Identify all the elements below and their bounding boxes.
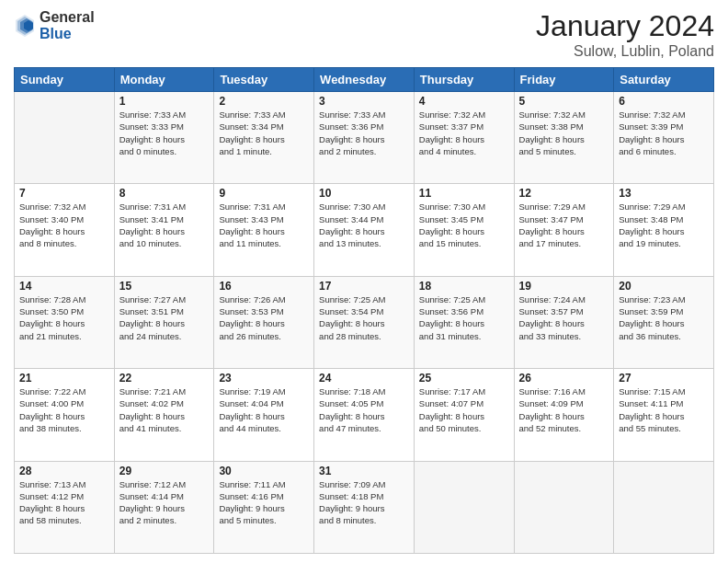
day-number: 6 [619, 95, 709, 108]
calendar-cell: 31Sunrise: 7:09 AM Sunset: 4:18 PM Dayli… [314, 461, 415, 553]
day-number: 8 [119, 187, 210, 200]
day-number: 23 [219, 372, 309, 385]
day-info: Sunrise: 7:12 AM Sunset: 4:14 PM Dayligh… [119, 478, 210, 527]
day-info: Sunrise: 7:09 AM Sunset: 4:18 PM Dayligh… [319, 478, 409, 527]
calendar-cell: 22Sunrise: 7:21 AM Sunset: 4:02 PM Dayli… [114, 369, 214, 461]
day-info: Sunrise: 7:17 AM Sunset: 4:07 PM Dayligh… [419, 385, 509, 434]
calendar-week-2: 7Sunrise: 7:32 AM Sunset: 3:40 PM Daylig… [15, 184, 714, 276]
day-number: 27 [619, 372, 709, 385]
day-info: Sunrise: 7:32 AM Sunset: 3:40 PM Dayligh… [19, 201, 109, 249]
day-info: Sunrise: 7:33 AM Sunset: 3:34 PM Dayligh… [219, 109, 309, 157]
day-number: 1 [119, 95, 210, 108]
calendar-week-3: 14Sunrise: 7:28 AM Sunset: 3:50 PM Dayli… [15, 276, 714, 368]
day-info: Sunrise: 7:19 AM Sunset: 4:04 PM Dayligh… [219, 385, 309, 434]
calendar-cell: 9Sunrise: 7:31 AM Sunset: 3:43 PM Daylig… [214, 184, 314, 276]
calendar-cell: 3Sunrise: 7:33 AM Sunset: 3:36 PM Daylig… [314, 92, 415, 184]
day-number: 22 [119, 372, 210, 385]
day-number: 28 [19, 465, 109, 477]
calendar-cell: 20Sunrise: 7:23 AM Sunset: 3:59 PM Dayli… [614, 276, 714, 368]
calendar-cell [414, 461, 514, 553]
calendar-cell: 12Sunrise: 7:29 AM Sunset: 3:47 PM Dayli… [514, 184, 614, 276]
weekday-header-wednesday: Wednesday [314, 68, 415, 92]
subtitle: Sulow, Lublin, Poland [536, 43, 714, 60]
weekday-header-monday: Monday [114, 68, 214, 92]
calendar-cell: 4Sunrise: 7:32 AM Sunset: 3:37 PM Daylig… [414, 92, 514, 184]
day-info: Sunrise: 7:25 AM Sunset: 3:56 PM Dayligh… [419, 293, 509, 342]
weekday-header-thursday: Thursday [414, 68, 514, 92]
day-number: 3 [319, 95, 409, 108]
day-number: 25 [419, 372, 509, 385]
weekday-header-row: SundayMondayTuesdayWednesdayThursdayFrid… [15, 68, 714, 92]
logo-blue: Blue [40, 26, 95, 42]
day-info: Sunrise: 7:31 AM Sunset: 3:41 PM Dayligh… [119, 201, 210, 249]
day-info: Sunrise: 7:33 AM Sunset: 3:36 PM Dayligh… [319, 109, 409, 157]
day-info: Sunrise: 7:25 AM Sunset: 3:54 PM Dayligh… [319, 293, 409, 342]
day-number: 4 [419, 95, 509, 108]
title-section: January 2024 Sulow, Lublin, Poland [536, 9, 714, 60]
day-number: 30 [219, 465, 309, 477]
calendar-cell: 15Sunrise: 7:27 AM Sunset: 3:51 PM Dayli… [114, 276, 214, 368]
calendar-cell: 23Sunrise: 7:19 AM Sunset: 4:04 PM Dayli… [214, 369, 314, 461]
calendar-cell: 29Sunrise: 7:12 AM Sunset: 4:14 PM Dayli… [114, 461, 214, 553]
day-number: 21 [19, 372, 109, 385]
calendar-cell: 5Sunrise: 7:32 AM Sunset: 3:38 PM Daylig… [514, 92, 614, 184]
day-info: Sunrise: 7:24 AM Sunset: 3:57 PM Dayligh… [519, 293, 609, 342]
calendar-cell: 24Sunrise: 7:18 AM Sunset: 4:05 PM Dayli… [314, 369, 415, 461]
day-number: 15 [119, 280, 210, 293]
calendar-cell: 27Sunrise: 7:15 AM Sunset: 4:11 PM Dayli… [614, 369, 714, 461]
calendar-cell: 8Sunrise: 7:31 AM Sunset: 3:41 PM Daylig… [114, 184, 214, 276]
calendar-cell: 28Sunrise: 7:13 AM Sunset: 4:12 PM Dayli… [15, 461, 115, 553]
day-info: Sunrise: 7:32 AM Sunset: 3:37 PM Dayligh… [419, 109, 509, 157]
calendar-cell: 13Sunrise: 7:29 AM Sunset: 3:48 PM Dayli… [614, 184, 714, 276]
calendar-cell [614, 461, 714, 553]
logo-general: General [40, 9, 95, 26]
day-info: Sunrise: 7:28 AM Sunset: 3:50 PM Dayligh… [19, 293, 109, 342]
main-title: January 2024 [536, 9, 714, 43]
calendar-cell: 30Sunrise: 7:11 AM Sunset: 4:16 PM Dayli… [214, 461, 314, 553]
calendar-week-4: 21Sunrise: 7:22 AM Sunset: 4:00 PM Dayli… [15, 369, 714, 461]
day-info: Sunrise: 7:29 AM Sunset: 3:48 PM Dayligh… [619, 201, 709, 249]
calendar-cell: 7Sunrise: 7:32 AM Sunset: 3:40 PM Daylig… [15, 184, 115, 276]
weekday-header-tuesday: Tuesday [214, 68, 314, 92]
calendar-cell: 10Sunrise: 7:30 AM Sunset: 3:44 PM Dayli… [314, 184, 415, 276]
day-info: Sunrise: 7:30 AM Sunset: 3:44 PM Dayligh… [319, 201, 409, 249]
calendar-cell [514, 461, 614, 553]
calendar-cell: 18Sunrise: 7:25 AM Sunset: 3:56 PM Dayli… [414, 276, 514, 368]
calendar-table: SundayMondayTuesdayWednesdayThursdayFrid… [14, 67, 714, 554]
day-info: Sunrise: 7:29 AM Sunset: 3:47 PM Dayligh… [519, 201, 609, 249]
calendar-cell: 2Sunrise: 7:33 AM Sunset: 3:34 PM Daylig… [214, 92, 314, 184]
calendar-cell: 21Sunrise: 7:22 AM Sunset: 4:00 PM Dayli… [15, 369, 115, 461]
calendar-cell: 17Sunrise: 7:25 AM Sunset: 3:54 PM Dayli… [314, 276, 415, 368]
day-number: 9 [219, 187, 309, 200]
day-number: 10 [319, 187, 409, 200]
day-number: 2 [219, 95, 309, 108]
day-info: Sunrise: 7:11 AM Sunset: 4:16 PM Dayligh… [219, 478, 309, 527]
day-number: 31 [319, 465, 409, 477]
calendar-week-1: 1Sunrise: 7:33 AM Sunset: 3:33 PM Daylig… [15, 92, 714, 184]
logo-icon [14, 13, 36, 39]
calendar-cell: 25Sunrise: 7:17 AM Sunset: 4:07 PM Dayli… [414, 369, 514, 461]
day-number: 26 [519, 372, 609, 385]
day-info: Sunrise: 7:21 AM Sunset: 4:02 PM Dayligh… [119, 385, 210, 434]
day-number: 13 [619, 187, 709, 200]
page: General Blue January 2024 Sulow, Lublin,… [0, 0, 728, 563]
day-info: Sunrise: 7:26 AM Sunset: 3:53 PM Dayligh… [219, 293, 309, 342]
day-number: 17 [319, 280, 409, 293]
day-number: 14 [19, 280, 109, 293]
weekday-header-saturday: Saturday [614, 68, 714, 92]
day-info: Sunrise: 7:31 AM Sunset: 3:43 PM Dayligh… [219, 201, 309, 249]
day-number: 16 [219, 280, 309, 293]
day-info: Sunrise: 7:18 AM Sunset: 4:05 PM Dayligh… [319, 385, 409, 434]
weekday-header-friday: Friday [514, 68, 614, 92]
calendar-cell: 14Sunrise: 7:28 AM Sunset: 3:50 PM Dayli… [15, 276, 115, 368]
day-info: Sunrise: 7:23 AM Sunset: 3:59 PM Dayligh… [619, 293, 709, 342]
calendar-cell [15, 92, 115, 184]
day-number: 11 [419, 187, 509, 200]
calendar-cell: 26Sunrise: 7:16 AM Sunset: 4:09 PM Dayli… [514, 369, 614, 461]
day-info: Sunrise: 7:32 AM Sunset: 3:38 PM Dayligh… [519, 109, 609, 157]
day-info: Sunrise: 7:15 AM Sunset: 4:11 PM Dayligh… [619, 385, 709, 434]
day-number: 7 [19, 187, 109, 200]
calendar-cell: 16Sunrise: 7:26 AM Sunset: 3:53 PM Dayli… [214, 276, 314, 368]
calendar-cell: 1Sunrise: 7:33 AM Sunset: 3:33 PM Daylig… [114, 92, 214, 184]
calendar-cell: 6Sunrise: 7:32 AM Sunset: 3:39 PM Daylig… [614, 92, 714, 184]
